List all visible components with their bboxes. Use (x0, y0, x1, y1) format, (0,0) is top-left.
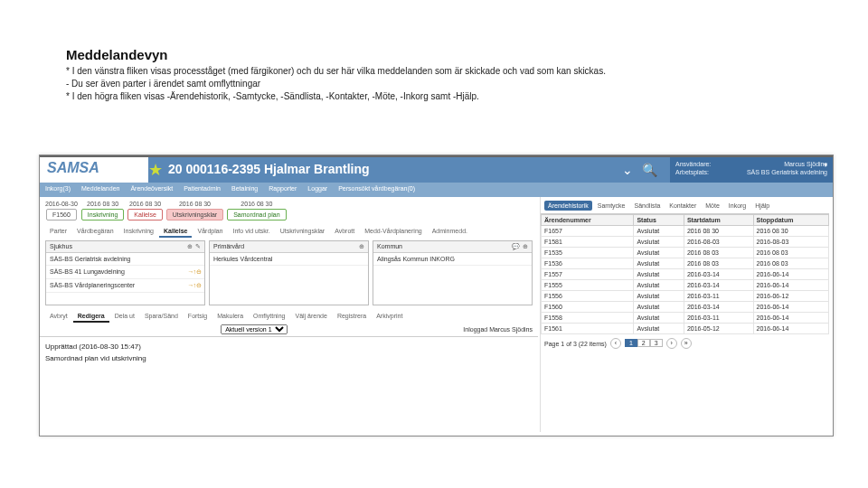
timeline-step[interactable]: Kallelse (127, 209, 163, 221)
slide-bullets: * I den vänstra fliken visas procesståge… (66, 65, 807, 103)
action-tab[interactable]: Omflyttning (249, 311, 289, 323)
subtab[interactable]: Kallelse (159, 226, 192, 238)
table-row[interactable]: F1535Avslutat2016 08 032016 08 03 (542, 248, 829, 258)
nav-item[interactable]: Meddelanden (76, 183, 125, 197)
pager-next[interactable]: › (666, 338, 677, 349)
sidebar-tab[interactable]: Sändlista (630, 201, 664, 211)
pager-page[interactable]: 3 (650, 339, 663, 347)
action-tab[interactable]: Spara/Sänd (140, 311, 183, 323)
detail-action-tabs: AvbrytRedigeraDela utSpara/SändFortsigMa… (40, 305, 538, 323)
favorite-icon[interactable]: ★ (148, 157, 168, 183)
timeline-step[interactable]: F1560 (46, 209, 77, 221)
chevron-down-icon: ▾ (824, 161, 827, 169)
subtab[interactable]: Avbrott (330, 226, 359, 238)
timeline-step[interactable]: Utskrivningsklar (166, 209, 223, 221)
action-tab[interactable]: Makulera (212, 311, 248, 323)
app-header: SAMSA ★ 20 000116-2395 Hjalmar Brantling… (40, 157, 833, 183)
editor-content: Samordnad plan vid utskrivning (45, 354, 533, 362)
action-tab[interactable]: Arkivprint (372, 311, 407, 323)
sidebar-tab[interactable]: Kontakter (665, 201, 700, 211)
panel-row[interactable]: SÄS-BS Geriatrisk avdelning (46, 253, 204, 266)
pencil-icon[interactable]: ✎ (195, 243, 201, 250)
pager-summary: Page 1 of 3 (22 items) (544, 341, 607, 347)
timeline-step[interactable]: Samordnad plan (227, 209, 286, 221)
pager-page[interactable]: 1 (625, 339, 637, 347)
message-type-tabs: ParterVårdbegäranInskrivningKallelseVård… (40, 226, 538, 240)
editor-meta: Upprättad (2016-08-30 15:47) (45, 341, 533, 354)
plus-icon[interactable]: ⊕ (359, 243, 364, 250)
sidebar-tab[interactable]: Inkorg (725, 201, 750, 211)
panel-sjukhus: Sjukhus ⊕✎ SÄS-BS Geriatrisk avdelningSÄ… (45, 240, 205, 305)
panel-row[interactable]: SÄS-BS Vårdplaneringscenter→↑ ⊖ (46, 279, 204, 293)
right-sidebar: ÄrendehistorikSamtyckeSändlistaKontakter… (540, 197, 829, 432)
subtab[interactable]: Vårdplan (193, 226, 227, 238)
subtab[interactable]: Vårdbegäran (72, 226, 118, 238)
app-screenshot: SAMSA ★ 20 000116-2395 Hjalmar Brantling… (39, 155, 834, 436)
subtab[interactable]: Adminmedd. (428, 226, 472, 238)
action-tab[interactable]: Fortsig (184, 311, 212, 323)
nav-item[interactable]: Rapporter (263, 183, 302, 197)
panel-primarvard: Primärvård ⊕ Herkules Vårdcentral (209, 240, 369, 305)
history-table: ÄrendenummerStatusStartdatumStoppdatum F… (541, 214, 829, 334)
chat-icon[interactable]: 💬 (512, 243, 520, 250)
right-sidebar-tabs: ÄrendehistorikSamtyckeSändlistaKontakter… (541, 197, 829, 214)
logged-in-user: Inloggad Marcus Sjödins (463, 326, 533, 333)
app-brand: SAMSA (40, 157, 148, 183)
subtab[interactable]: Info vid utskr. (229, 226, 275, 238)
timeline-step[interactable]: Inskrivning (81, 209, 124, 221)
action-tab[interactable]: Avbryt (45, 311, 72, 323)
table-row[interactable]: F1558Avslutat2016-03-112016-06-14 (542, 313, 829, 324)
table-row[interactable]: F1561Avslutat2016-05-122016-06-14 (542, 324, 829, 334)
nav-item[interactable]: Loggar (302, 183, 333, 197)
pager-prev[interactable]: ‹ (610, 338, 621, 349)
editor-area: Upprättad (2016-08-30 15:47) Samordnad p… (45, 341, 533, 362)
session-info[interactable]: Ansvändare:Marcus Sjödins Arbetsplats:SÄ… (670, 157, 833, 183)
table-row[interactable]: F1557Avslutat2016-03-142016-06-14 (542, 269, 829, 280)
sidebar-tab[interactable]: Samtycke (594, 201, 629, 211)
nav-item[interactable]: Patientadmin (178, 183, 226, 197)
action-tab[interactable]: Dela ut (110, 311, 139, 323)
subtab[interactable]: Parter (45, 226, 71, 238)
plus-icon[interactable]: ⊕ (523, 243, 528, 250)
nav-item[interactable]: Ärendeöversikt (125, 183, 178, 197)
subtab[interactable]: Medd-Vårdplanering (360, 226, 426, 238)
table-row[interactable]: F1581Avslutat2016-08-032016-08-03 (542, 237, 829, 248)
pager[interactable]: Page 1 of 3 (22 items) ‹ 123 › » (541, 334, 829, 352)
page-title: Meddelandevyn (66, 47, 168, 62)
subtab[interactable]: Inskrivning (119, 226, 158, 238)
table-row[interactable]: F1536Avslutat2016 08 032016 08 03 (542, 258, 829, 269)
table-row[interactable]: F1555Avslutat2016-03-142016-06-14 (542, 280, 829, 291)
pager-page[interactable]: 2 (637, 339, 650, 347)
patient-name: 20 000116-2395 Hjalmar Brantling (168, 157, 618, 183)
nav-item[interactable]: Betalning (226, 183, 263, 197)
main-nav: Inkorg(3)MeddelandenÄrendeöversiktPatien… (40, 183, 833, 197)
table-row[interactable]: F1657Avslutat2016 08 302016 08 30 (542, 226, 829, 237)
panel-row[interactable]: Alingsås Kommun INKORG (373, 253, 532, 266)
version-select[interactable]: Aktuell version 1 (221, 324, 288, 334)
action-tab[interactable]: Redigera (73, 311, 109, 323)
nav-item[interactable]: Inkorg(3) (40, 183, 76, 197)
action-tab[interactable]: Välj ärende (290, 311, 331, 323)
action-tab[interactable]: Registrera (333, 311, 371, 323)
process-timeline: 2016-08-30F15602016 08 30Inskrivning2016… (40, 197, 538, 226)
subtab[interactable]: Utskrivningsklar (276, 226, 329, 238)
plus-icon[interactable]: ⊕ (187, 243, 193, 250)
sidebar-tab[interactable]: Hjälp (751, 201, 773, 211)
panel-row[interactable]: Herkules Vårdcentral (210, 253, 368, 266)
search-icon[interactable]: 🔍 (642, 163, 657, 177)
panel-row[interactable]: SÄS-BS 41 Lungavdelning→↑ ⊖ (46, 266, 204, 279)
sidebar-tab[interactable]: Möte (702, 201, 723, 211)
panel-kommun: Kommun 💬⊕ Alingsås Kommun INKORG (373, 240, 533, 305)
table-row[interactable]: F1556Avslutat2016-03-112016-06-12 (542, 291, 829, 302)
table-row[interactable]: F1560Avslutat2016-03-142016-06-14 (542, 302, 829, 313)
expand-icon[interactable]: ⌄ (622, 163, 633, 177)
sidebar-tab[interactable]: Ärendehistorik (544, 201, 592, 211)
pager-last[interactable]: » (681, 338, 692, 349)
nav-item[interactable]: Personsökt vårdbegäran(0) (333, 183, 420, 197)
